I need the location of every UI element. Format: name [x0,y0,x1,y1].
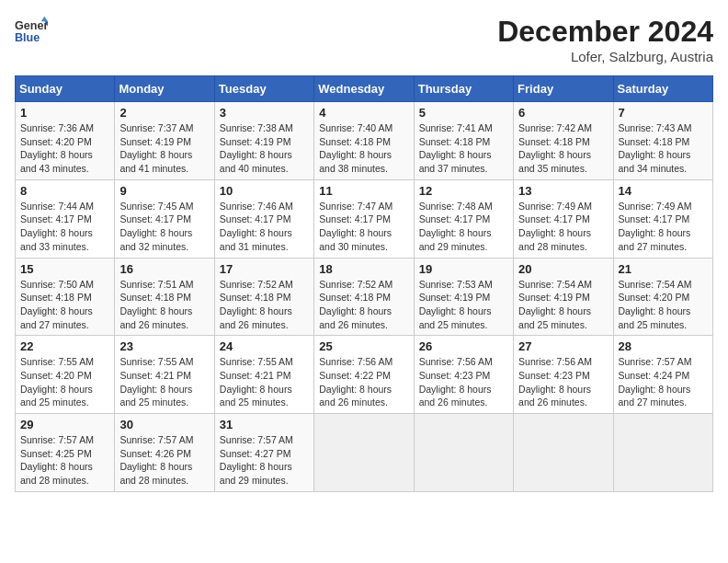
calendar-cell [613,414,712,492]
day-detail: Sunrise: 7:50 AMSunset: 4:18 PMDaylight:… [20,279,94,330]
day-detail: Sunrise: 7:52 AMSunset: 4:18 PMDaylight:… [319,279,392,330]
day-headers-row: Sunday Monday Tuesday Wednesday Thursday… [16,76,713,102]
day-detail: Sunrise: 7:56 AMSunset: 4:23 PMDaylight:… [518,356,592,408]
day-detail: Sunrise: 7:49 AMSunset: 4:17 PMDaylight:… [619,201,692,252]
day-number: 18 [319,262,408,276]
day-number: 29 [20,418,109,431]
day-detail: Sunrise: 7:53 AMSunset: 4:19 PMDaylight:… [419,279,493,330]
calendar-cell: 18Sunrise: 7:52 AMSunset: 4:18 PMDayligh… [314,258,414,336]
location: Lofer, Salzburg, Austria [497,49,713,64]
day-number: 12 [419,184,508,198]
day-detail: Sunrise: 7:47 AMSunset: 4:17 PMDaylight:… [319,201,392,252]
col-tuesday: Tuesday [214,76,313,102]
calendar-cell: 9Sunrise: 7:45 AMSunset: 4:17 PMDaylight… [115,179,214,258]
calendar-cell: 1Sunrise: 7:36 AMSunset: 4:20 PMDaylight… [16,102,115,180]
title-block: December 2024 Lofer, Salzburg, Austria [497,15,713,64]
col-thursday: Thursday [414,76,513,102]
col-sunday: Sunday [16,76,115,102]
day-detail: Sunrise: 7:44 AMSunset: 4:17 PMDaylight:… [20,201,94,252]
month-title: December 2024 [497,15,713,49]
calendar-week-1: 1Sunrise: 7:36 AMSunset: 4:20 PMDaylight… [16,102,713,180]
day-number: 31 [220,418,309,431]
day-detail: Sunrise: 7:57 AMSunset: 4:25 PMDaylight:… [20,434,94,486]
calendar-cell: 26Sunrise: 7:56 AMSunset: 4:23 PMDayligh… [414,336,513,414]
day-detail: Sunrise: 7:45 AMSunset: 4:17 PMDaylight:… [119,201,193,252]
calendar-cell: 3Sunrise: 7:38 AMSunset: 4:19 PMDaylight… [214,102,313,180]
day-number: 3 [220,106,309,120]
day-detail: Sunrise: 7:57 AMSunset: 4:27 PMDaylight:… [220,434,293,486]
calendar-cell: 12Sunrise: 7:48 AMSunset: 4:17 PMDayligh… [414,179,513,258]
day-detail: Sunrise: 7:37 AMSunset: 4:19 PMDaylight:… [119,122,193,174]
day-number: 27 [518,339,608,353]
col-monday: Monday [115,76,214,102]
day-number: 26 [419,339,508,353]
day-detail: Sunrise: 7:49 AMSunset: 4:17 PMDaylight:… [518,201,592,252]
day-detail: Sunrise: 7:36 AMSunset: 4:20 PMDaylight:… [20,122,94,174]
day-detail: Sunrise: 7:56 AMSunset: 4:23 PMDaylight:… [419,356,493,408]
logo: General Blue [15,15,48,48]
calendar-cell: 19Sunrise: 7:53 AMSunset: 4:19 PMDayligh… [414,258,513,336]
calendar-cell: 11Sunrise: 7:47 AMSunset: 4:17 PMDayligh… [314,179,414,258]
day-number: 17 [220,262,309,276]
day-detail: Sunrise: 7:55 AMSunset: 4:21 PMDaylight:… [220,356,293,408]
calendar-cell: 24Sunrise: 7:55 AMSunset: 4:21 PMDayligh… [214,336,313,414]
calendar-cell: 22Sunrise: 7:55 AMSunset: 4:20 PMDayligh… [16,336,115,414]
day-detail: Sunrise: 7:42 AMSunset: 4:18 PMDaylight:… [518,122,592,174]
day-number: 16 [119,262,209,276]
calendar-cell [314,414,414,492]
day-detail: Sunrise: 7:57 AMSunset: 4:26 PMDaylight:… [119,434,193,486]
day-number: 7 [619,106,708,120]
day-detail: Sunrise: 7:40 AMSunset: 4:18 PMDaylight:… [319,122,392,174]
calendar-cell: 27Sunrise: 7:56 AMSunset: 4:23 PMDayligh… [514,336,613,414]
day-number: 30 [119,418,209,431]
col-wednesday: Wednesday [314,76,414,102]
day-number: 1 [20,106,109,120]
day-detail: Sunrise: 7:38 AMSunset: 4:19 PMDaylight:… [220,122,293,174]
calendar-cell: 10Sunrise: 7:46 AMSunset: 4:17 PMDayligh… [214,179,313,258]
day-number: 14 [619,184,708,198]
calendar-cell: 28Sunrise: 7:57 AMSunset: 4:24 PMDayligh… [613,336,712,414]
calendar-cell [414,414,513,492]
day-number: 28 [619,339,708,353]
calendar-week-4: 22Sunrise: 7:55 AMSunset: 4:20 PMDayligh… [16,336,713,414]
calendar-table: Sunday Monday Tuesday Wednesday Thursday… [15,75,713,492]
day-number: 25 [319,339,408,353]
calendar-cell: 31Sunrise: 7:57 AMSunset: 4:27 PMDayligh… [214,414,313,492]
logo-icon: General Blue [15,15,48,48]
day-number: 10 [220,184,309,198]
day-number: 19 [419,262,508,276]
calendar-cell: 8Sunrise: 7:44 AMSunset: 4:17 PMDaylight… [16,179,115,258]
day-number: 13 [518,184,608,198]
calendar-cell: 17Sunrise: 7:52 AMSunset: 4:18 PMDayligh… [214,258,313,336]
day-number: 23 [119,339,209,353]
day-number: 22 [20,339,109,353]
calendar-cell: 4Sunrise: 7:40 AMSunset: 4:18 PMDaylight… [314,102,414,180]
calendar-week-3: 15Sunrise: 7:50 AMSunset: 4:18 PMDayligh… [16,258,713,336]
calendar-cell: 29Sunrise: 7:57 AMSunset: 4:25 PMDayligh… [16,414,115,492]
day-detail: Sunrise: 7:52 AMSunset: 4:18 PMDaylight:… [220,279,293,330]
calendar-cell: 5Sunrise: 7:41 AMSunset: 4:18 PMDaylight… [414,102,513,180]
calendar-cell [514,414,613,492]
day-number: 4 [319,106,408,120]
day-detail: Sunrise: 7:55 AMSunset: 4:21 PMDaylight:… [119,356,193,408]
page-header: General Blue December 2024 Lofer, Salzbu… [15,15,713,64]
day-detail: Sunrise: 7:56 AMSunset: 4:22 PMDaylight:… [319,356,392,408]
calendar-cell: 13Sunrise: 7:49 AMSunset: 4:17 PMDayligh… [514,179,613,258]
calendar-cell: 20Sunrise: 7:54 AMSunset: 4:19 PMDayligh… [514,258,613,336]
col-friday: Friday [514,76,613,102]
day-detail: Sunrise: 7:57 AMSunset: 4:24 PMDaylight:… [619,356,692,408]
day-detail: Sunrise: 7:54 AMSunset: 4:20 PMDaylight:… [619,279,692,330]
day-detail: Sunrise: 7:51 AMSunset: 4:18 PMDaylight:… [119,279,193,330]
svg-text:Blue: Blue [15,31,40,44]
calendar-cell: 23Sunrise: 7:55 AMSunset: 4:21 PMDayligh… [115,336,214,414]
day-number: 5 [419,106,508,120]
calendar-cell: 6Sunrise: 7:42 AMSunset: 4:18 PMDaylight… [514,102,613,180]
day-number: 24 [220,339,309,353]
calendar-cell: 25Sunrise: 7:56 AMSunset: 4:22 PMDayligh… [314,336,414,414]
day-number: 6 [518,106,608,120]
day-number: 15 [20,262,109,276]
calendar-cell: 21Sunrise: 7:54 AMSunset: 4:20 PMDayligh… [613,258,712,336]
day-number: 2 [119,106,209,120]
calendar-week-5: 29Sunrise: 7:57 AMSunset: 4:25 PMDayligh… [16,414,713,492]
calendar-cell: 30Sunrise: 7:57 AMSunset: 4:26 PMDayligh… [115,414,214,492]
